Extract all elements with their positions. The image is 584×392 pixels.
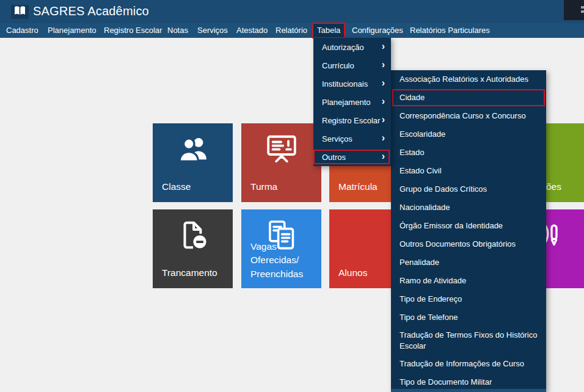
menu-item-notas[interactable]: Notas <box>162 23 193 38</box>
chevron-right-icon: › <box>382 42 385 53</box>
outros-submenu: Associação Relatórios x Autoridades Cida… <box>391 70 546 392</box>
tile-vagas-oferecidas-preenchidas[interactable]: Vagas Oferecidas/Preenchidas <box>241 209 321 288</box>
menubar: Cadastro Planejamento Registro Escolar N… <box>0 23 584 38</box>
tile-label-fragment: ões <box>546 181 561 192</box>
submenu-item-orgao-emissor-da-identidade[interactable]: Órgão Emissor da Identidade <box>391 217 546 235</box>
submenu-item-grupo-de-dados-criticos[interactable]: Grupo de Dados Críticos <box>391 180 546 198</box>
dropdown-item-institucionais[interactable]: Institucionais › <box>313 74 391 93</box>
menu-item-relatorios-particulares[interactable]: Relatórios Particulares <box>405 23 495 38</box>
menu-item-cadastro[interactable]: Cadastro <box>1 23 43 38</box>
submenu-item-nacionalidade[interactable]: Nacionalidade <box>391 198 546 217</box>
chevron-right-icon: › <box>382 115 385 126</box>
submenu-item-tipo-de-endereco[interactable]: Tipo de Endereço <box>391 290 546 308</box>
menu-item-servicos[interactable]: Serviços <box>192 23 233 38</box>
chevron-right-icon: › <box>382 151 385 162</box>
submenu-item-estado-civil[interactable]: Estado Civil <box>391 162 546 180</box>
titlebar: SAGRES Acadêmico <box>0 0 584 23</box>
submenu-item-associacao-relatorios-x-autoridades[interactable]: Associação Relatórios x Autoridades <box>391 70 546 89</box>
dropdown-item-servicos[interactable]: Serviços › <box>313 129 391 148</box>
dropdown-item-outros[interactable]: Outros › <box>313 148 391 166</box>
submenu-item-traducao-de-termos-fixos-do-historico-escolar[interactable]: Tradução de Termos Fixos do Histórico Es… <box>391 327 546 355</box>
submenu-item-correspondencia-curso-x-concurso[interactable]: Correspondência Curso x Concurso <box>391 107 546 125</box>
dropdown-item-curriculo[interactable]: Currículo › <box>313 56 391 74</box>
tile-label: Trancamento <box>162 267 217 278</box>
dropdown-item-registro-escolar[interactable]: Registro Escolar › <box>313 111 391 129</box>
menu-item-atestado[interactable]: Atestado <box>232 23 272 38</box>
submenu-item-escolaridade[interactable]: Escolaridade <box>391 125 546 143</box>
app-title: SAGRES Acadêmico <box>33 4 149 18</box>
submenu-item-outros-documentos-obrigatorios[interactable]: Outros Documentos Obrigatórios <box>391 235 546 253</box>
tile-label: Classe <box>162 181 191 192</box>
submenu-item-tipo-de-telefone[interactable]: Tipo de Telefone <box>391 308 546 327</box>
menu-item-registro-escolar[interactable]: Registro Escolar <box>99 23 167 38</box>
tabela-dropdown-menu: Autorização › Currículo › Institucionais… <box>313 38 391 166</box>
submenu-item-cidade[interactable]: Cidade <box>391 89 546 107</box>
dropdown-item-autorizacao[interactable]: Autorização › <box>313 38 391 56</box>
user-panel-partial[interactable] <box>564 0 584 20</box>
tile-turma[interactable]: Turma <box>241 123 321 202</box>
tile-trancamento[interactable]: Trancamento <box>153 209 233 288</box>
tile-label: Turma <box>250 181 277 192</box>
tile-label: Alunos <box>338 267 367 278</box>
menu-item-configuracoes[interactable]: Configurações <box>347 23 408 38</box>
users-icon <box>177 132 210 165</box>
open-book-icon <box>13 5 26 18</box>
menu-item-relatorio[interactable]: Relatório <box>271 23 312 38</box>
submenu-next-item-peek <box>391 389 546 392</box>
dropdown-item-planejamento[interactable]: Planejamento › <box>313 93 391 111</box>
document-minus-icon <box>177 219 210 252</box>
submenu-item-estado[interactable]: Estado <box>391 143 546 162</box>
submenu-item-ramo-de-atividade[interactable]: Ramo de Atividade <box>391 272 546 290</box>
chevron-right-icon: › <box>382 96 385 107</box>
tile-label: Matrícula <box>338 181 378 192</box>
tile-label: Vagas Oferecidas/Preenchidas <box>250 240 319 281</box>
chevron-right-icon: › <box>382 60 385 71</box>
chevron-right-icon: › <box>382 78 385 89</box>
menu-item-planejamento[interactable]: Planejamento <box>43 23 101 38</box>
chevron-right-icon: › <box>382 133 385 144</box>
menu-item-tabela[interactable]: Tabela <box>312 23 345 38</box>
app-logo <box>11 5 29 19</box>
tile-classe[interactable]: Classe <box>153 123 233 202</box>
presentation-board-icon <box>265 132 298 165</box>
clipped-glyph <box>581 6 584 15</box>
submenu-item-traducao-de-informacoes-de-curso[interactable]: Tradução de Informações de Curso <box>391 355 546 373</box>
submenu-item-penalidade[interactable]: Penalidade <box>391 253 546 272</box>
